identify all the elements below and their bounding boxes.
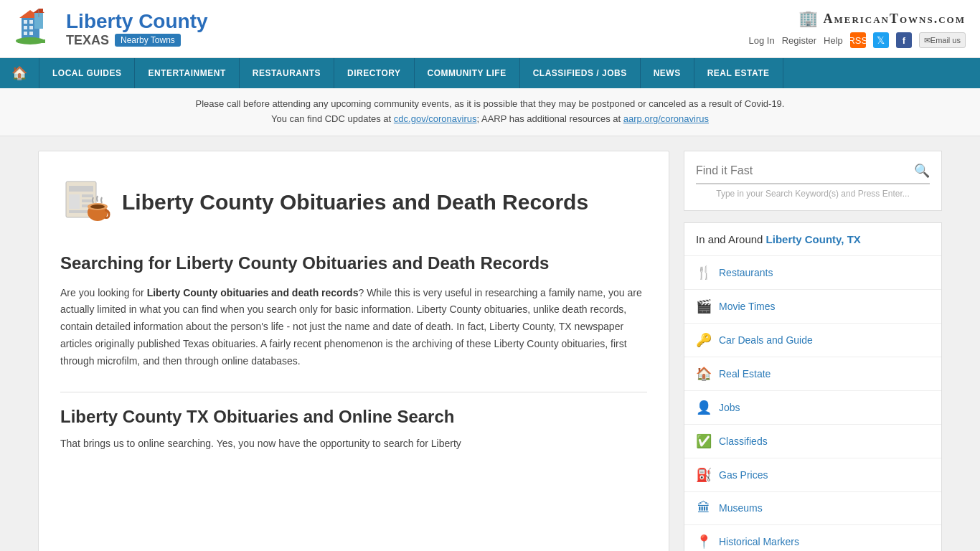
nav-classifieds-jobs[interactable]: CLASSIFIEDS / JOBS <box>520 58 641 88</box>
sidebar-jobs[interactable]: 👤 Jobs <box>684 391 941 425</box>
banner-line2-prefix: You can find CDC updates at <box>271 113 394 124</box>
museums-label: Museums <box>719 502 763 514</box>
local-title-place: Liberty County, TX <box>766 233 861 245</box>
svg-rect-4 <box>29 26 33 29</box>
svg-rect-5 <box>24 32 27 35</box>
main-container: Liberty County Obituaries and Death Reco… <box>24 151 956 551</box>
search-box: 🔍 Type in your Search Keyword(s) and Pre… <box>684 151 942 211</box>
svg-rect-15 <box>69 186 93 192</box>
svg-rect-1 <box>24 20 27 24</box>
nav-real-estate[interactable]: REAL ESTATE <box>694 58 783 88</box>
header-left: Liberty County TEXAS Nearby Towns <box>14 7 208 50</box>
section1-bold: Liberty County obituaries and death reco… <box>147 287 359 298</box>
state-label: TEXAS <box>66 33 109 48</box>
banner-line1: Please call before attending any upcomin… <box>196 98 785 109</box>
svg-rect-18 <box>82 199 93 202</box>
aarp-link[interactable]: aarp.org/coronavirus <box>623 113 709 124</box>
page-header: Liberty County Obituaries and Death Reco… <box>60 173 647 232</box>
real-estate-label: Real Estate <box>719 368 771 380</box>
site-title: Liberty County TEXAS Nearby Towns <box>66 10 208 48</box>
login-link[interactable]: Log In <box>748 35 774 46</box>
local-box-title: In and Around Liberty County, TX <box>684 223 941 256</box>
home-icon: 🏠 <box>11 65 27 81</box>
svg-rect-6 <box>29 32 33 35</box>
sidebar: 🔍 Type in your Search Keyword(s) and Pre… <box>684 151 942 551</box>
sidebar-gas-prices[interactable]: ⛽ Gas Prices <box>684 458 941 492</box>
svg-rect-11 <box>18 39 45 43</box>
real-estate-icon: 🏠 <box>696 366 712 382</box>
banner-mid: ; AARP has additional resources at <box>476 113 623 124</box>
classifieds-label: Classifieds <box>719 435 768 447</box>
section1-text-before: Are you looking for <box>60 287 147 298</box>
facebook-icon[interactable]: f <box>896 32 912 48</box>
cdc-link[interactable]: cdc.gov/coronavirus <box>394 113 477 124</box>
historical-icon: 📍 <box>696 534 712 550</box>
search-input-wrapper: 🔍 <box>696 163 930 184</box>
museums-icon: 🏛 <box>696 501 712 516</box>
covid-banner: Please call before attending any upcomin… <box>0 88 980 136</box>
site-header: Liberty County TEXAS Nearby Towns 🏢 Amer… <box>0 0 980 58</box>
site-logo <box>14 7 57 50</box>
home-nav-item[interactable]: 🏠 <box>0 58 39 88</box>
svg-rect-2 <box>29 20 33 24</box>
nearby-towns-badge[interactable]: Nearby Towns <box>115 34 181 47</box>
sidebar-museums[interactable]: 🏛 Museums <box>684 492 941 525</box>
jobs-label: Jobs <box>719 402 740 413</box>
help-link[interactable]: Help <box>824 35 843 46</box>
section2-heading: Liberty County TX Obituaries and Online … <box>60 407 647 427</box>
nav-local-guides[interactable]: LOCAL GUIDES <box>39 58 135 88</box>
svg-rect-13 <box>39 9 43 11</box>
email-icon[interactable]: ✉ Email us <box>919 32 966 48</box>
sidebar-car-deals[interactable]: 🔑 Car Deals and Guide <box>684 324 941 357</box>
sidebar-movie-times[interactable]: 🎬 Movie Times <box>684 290 941 324</box>
header-nav-links: Log In Register Help RSS 𝕏 f ✉ Email us <box>748 32 966 48</box>
movie-label: Movie Times <box>719 301 776 312</box>
nav-community-life[interactable]: COMMUNITY LIFE <box>415 58 520 88</box>
sidebar-classifieds[interactable]: ✅ Classifieds <box>684 425 941 458</box>
search-hint: Type in your Search Keyword(s) and Press… <box>696 189 930 199</box>
nav-news[interactable]: NEWS <box>641 58 694 88</box>
jobs-icon: 👤 <box>696 400 712 415</box>
section-divider <box>60 392 647 392</box>
historical-label: Historical Markers <box>719 536 799 547</box>
car-icon: 🔑 <box>696 332 712 348</box>
svg-rect-17 <box>82 194 93 197</box>
gas-label: Gas Prices <box>719 469 768 481</box>
restaurants-icon: 🍴 <box>696 265 712 281</box>
nav-directory[interactable]: DIRECTORY <box>334 58 415 88</box>
section1-text-after: ? While this is very useful in researchi… <box>60 287 642 367</box>
local-title-prefix: In and Around <box>696 233 766 245</box>
car-label: Car Deals and Guide <box>719 334 813 346</box>
section2-body: That brings us to online searching. Yes,… <box>60 435 647 453</box>
nav-entertainment[interactable]: ENTERTAINMENT <box>135 58 239 88</box>
sidebar-historical-markers[interactable]: 📍 Historical Markers <box>684 525 941 551</box>
twitter-icon[interactable]: 𝕏 <box>873 32 889 48</box>
section1-heading: Searching for Liberty County Obituaries … <box>60 253 647 273</box>
at-building-icon: 🏢 <box>798 9 819 28</box>
gas-icon: ⛽ <box>696 467 712 483</box>
sidebar-real-estate[interactable]: 🏠 Real Estate <box>684 357 941 391</box>
main-navbar: 🏠 LOCAL GUIDES ENTERTAINMENT RESTAURANTS… <box>0 58 980 88</box>
rss-icon[interactable]: RSS <box>850 32 866 48</box>
restaurants-label: Restaurants <box>719 267 773 278</box>
svg-rect-3 <box>24 26 27 29</box>
header-right: 🏢 AmericanTowns.com Log In Register Help… <box>748 9 966 48</box>
local-links-box: In and Around Liberty County, TX 🍴 Resta… <box>684 222 942 551</box>
content-area: Liberty County Obituaries and Death Reco… <box>38 151 669 551</box>
site-subtitle: TEXAS Nearby Towns <box>66 33 208 48</box>
newspaper-icon <box>60 173 110 232</box>
americantowns-name: AmericanTowns.com <box>823 11 966 27</box>
americantowns-logo: 🏢 AmericanTowns.com <box>798 9 966 28</box>
nav-restaurants[interactable]: RESTAURANTS <box>240 58 334 88</box>
page-title: Liberty County Obituaries and Death Reco… <box>122 189 588 215</box>
classifieds-icon: ✅ <box>696 433 712 449</box>
svg-point-23 <box>90 204 105 209</box>
register-link[interactable]: Register <box>782 35 816 46</box>
search-button[interactable]: 🔍 <box>914 163 930 179</box>
sidebar-restaurants[interactable]: 🍴 Restaurants <box>684 256 941 290</box>
section1-body: Are you looking for Liberty County obitu… <box>60 285 647 370</box>
movie-icon: 🎬 <box>696 298 712 314</box>
search-input[interactable] <box>696 164 914 177</box>
svg-rect-16 <box>69 194 80 209</box>
site-name: Liberty County <box>66 10 208 33</box>
